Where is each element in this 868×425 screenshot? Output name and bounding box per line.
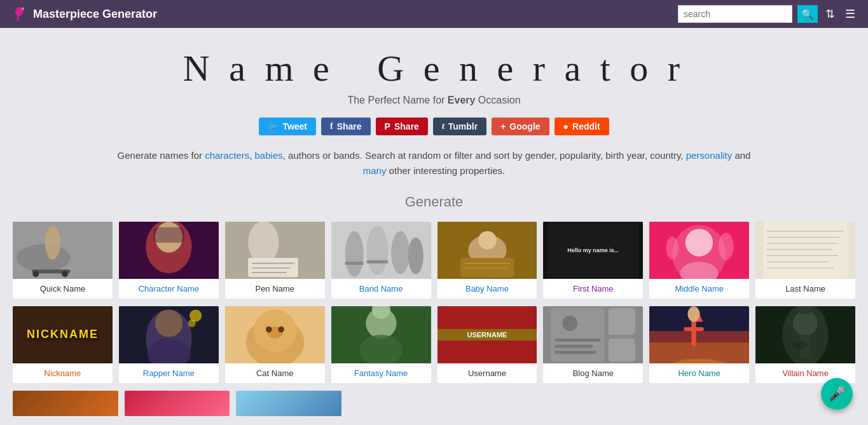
blog-name-card[interactable]: Blog Name [543, 306, 643, 383]
svg-rect-80 [555, 345, 593, 348]
middle-name-image [649, 222, 749, 279]
blog-name-image [543, 306, 643, 363]
sort-button[interactable]: ⇅ [823, 4, 837, 24]
facebook-label: Share [337, 121, 362, 132]
last-name-image [755, 222, 855, 279]
svg-point-54 [155, 309, 183, 337]
svg-point-40 [719, 233, 734, 260]
microphone-fab[interactable]: 🎤 [821, 378, 853, 410]
search-icon: 🔍 [801, 8, 814, 20]
bottom-card-2[interactable] [125, 391, 230, 416]
rapper-name-card[interactable]: Rapper Name [119, 306, 219, 383]
svg-point-2 [22, 8, 24, 10]
first-name-label: First Name [543, 279, 643, 299]
svg-rect-81 [555, 351, 596, 354]
first-name-card[interactable]: Hello my name is... First Name [543, 222, 643, 299]
villain-name-image [755, 306, 855, 363]
tumblr-button[interactable]: t Tumblr [433, 118, 486, 135]
grid-row-3-partial [13, 391, 855, 416]
facebook-share-button[interactable]: f Share [321, 118, 371, 135]
baby-name-card[interactable]: Baby Name [437, 222, 537, 299]
svg-point-6 [17, 244, 70, 271]
bottom-card-1[interactable] [13, 391, 118, 416]
svg-point-30 [478, 231, 496, 250]
svg-point-24 [391, 231, 410, 274]
tweet-label: Tweet [282, 121, 307, 132]
svg-point-38 [685, 229, 713, 256]
tumblr-label: Tumblr [448, 121, 478, 132]
fantasy-name-card[interactable]: Fantasy Name [331, 306, 431, 383]
pen-name-image [225, 222, 325, 279]
reddit-button[interactable]: ● Reddit [555, 118, 609, 135]
header: Masterpiece Generator 🔍 ⇅ ☰ [0, 0, 868, 28]
svg-point-64 [266, 327, 272, 333]
bottom-card-3[interactable] [236, 391, 341, 416]
grid-row-2: NICKNAME Nickname Rapper Name [13, 306, 855, 383]
nickname-card[interactable]: NICKNAME Nickname [13, 306, 113, 383]
username-card[interactable]: USERNAME Username [437, 306, 537, 383]
svg-rect-79 [555, 339, 600, 342]
hero-name-card[interactable]: Hero Name [649, 306, 749, 383]
last-name-label: Last Name [755, 279, 855, 299]
menu-button[interactable]: ☰ [843, 4, 858, 24]
svg-point-78 [563, 316, 578, 331]
username-overlay-text: USERNAME [437, 329, 537, 341]
google-label: Google [509, 121, 540, 132]
page-description: Generate names for characters, babies, a… [116, 148, 752, 179]
blog-name-label: Blog Name [543, 363, 643, 383]
logo-area: Masterpiece Generator [10, 5, 678, 23]
microphone-icon: 🎤 [829, 386, 846, 402]
villain-name-card[interactable]: Villain Name [755, 306, 855, 383]
page-subtitle: The Perfect Name for Every Occasion [13, 95, 855, 106]
pen-name-card[interactable]: Pen Name [225, 222, 325, 299]
google-icon: + [500, 121, 506, 132]
band-name-image [331, 222, 431, 279]
facebook-icon: f [330, 121, 333, 132]
babies-link[interactable]: babies [255, 150, 283, 161]
svg-rect-43 [763, 222, 848, 278]
google-plus-button[interactable]: + Google [492, 118, 549, 135]
svg-rect-76 [609, 308, 635, 335]
grid-row-1: Quick Name Character Name [13, 222, 855, 299]
characters-link[interactable]: characters [205, 150, 249, 161]
svg-rect-26 [345, 262, 363, 265]
flamingo-icon [10, 5, 28, 23]
last-name-card[interactable]: Last Name [755, 222, 855, 299]
band-name-label: Band Name [331, 279, 431, 299]
svg-point-9 [62, 271, 68, 278]
svg-point-96 [792, 341, 808, 349]
first-name-image: Hello my name is... [543, 222, 643, 279]
svg-point-25 [408, 237, 423, 274]
character-name-card[interactable]: Character Name [119, 222, 219, 299]
search-input[interactable] [678, 5, 792, 23]
logo-text: Masterpiece Generator [33, 8, 157, 21]
middle-name-card[interactable]: Middle Name [649, 222, 749, 299]
nickname-overlay-text: NICKNAME [13, 325, 113, 344]
social-bar: 🐦 Tweet f Share P Share t Tumblr + Googl… [13, 118, 855, 135]
quick-name-card[interactable]: Quick Name [13, 222, 113, 299]
nickname-image: NICKNAME [13, 306, 113, 363]
many-link[interactable]: many [363, 165, 387, 176]
svg-rect-27 [366, 260, 388, 264]
character-name-image [119, 222, 219, 279]
personality-link[interactable]: personality [686, 150, 733, 161]
svg-point-22 [345, 231, 363, 277]
cat-name-image [225, 306, 325, 363]
generate-heading: Generate [13, 194, 855, 210]
rapper-name-label: Rapper Name [119, 363, 219, 383]
tweet-button[interactable]: 🐦 Tweet [259, 118, 316, 135]
pen-name-label: Pen Name [225, 279, 325, 299]
band-name-card[interactable]: Band Name [331, 222, 431, 299]
svg-point-41 [666, 236, 679, 259]
svg-point-23 [366, 226, 388, 274]
svg-rect-88 [684, 327, 704, 331]
pinterest-share-button[interactable]: P Share [376, 118, 428, 135]
svg-rect-14 [153, 227, 184, 243]
twitter-icon: 🐦 [268, 121, 279, 132]
svg-point-10 [45, 226, 60, 259]
cat-name-card[interactable]: Cat Name [225, 306, 325, 383]
search-button[interactable]: 🔍 [797, 5, 818, 23]
svg-point-93 [793, 311, 818, 336]
baby-name-image [437, 222, 537, 279]
rapper-name-image [119, 306, 219, 363]
